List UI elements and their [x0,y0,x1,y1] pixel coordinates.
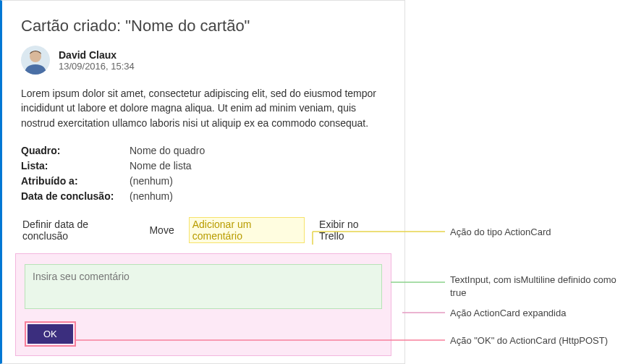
callout-actioncard-type: Ação do tipo ActionCard [450,226,616,239]
callout-expanded: Ação ActionCard expandida [450,307,616,320]
message-card: Cartão criado: "Nome do cartão" David Cl… [0,0,405,364]
meta-value: (nenhum) [130,174,173,189]
author-date: 13/09/2016, 15:34 [59,61,135,72]
card-title: Cartão criado: "Nome do cartão" [21,17,386,35]
meta-label: Atribuído a: [21,174,130,189]
meta-value: Nome do quadro [130,143,205,158]
meta-row: Quadro: Nome do quadro [21,143,386,158]
meta-label: Lista: [21,158,130,174]
actioncard-expanded-panel: OK [15,253,391,356]
action-move[interactable]: Move [148,223,175,237]
action-view-in-trello[interactable]: Exibir no Trello [318,217,386,243]
meta-row: Atribuído a: (nenhum) [21,174,386,189]
meta-table: Quadro: Nome do quadro Lista: Nome de li… [21,143,386,204]
ok-button[interactable]: OK [27,324,73,344]
meta-row: Lista: Nome de lista [21,158,386,174]
author-name: David Claux [59,49,135,61]
meta-row: Data de conclusão: (nenhum) [21,189,386,204]
avatar [21,46,50,75]
action-add-comment[interactable]: Adicionar um comentário [189,217,305,243]
callout-textinput: TextInput, com isMultiline definido como… [450,274,616,299]
author-row: David Claux 13/09/2016, 15:34 [21,46,386,75]
ok-button-frame: OK [25,321,76,347]
callout-ok-action: Ação "OK" do ActionCard (HttpPOST) [450,334,616,347]
author-block: David Claux 13/09/2016, 15:34 [59,49,135,72]
meta-label: Data de conclusão: [21,189,130,204]
card-body: Lorem ipsum dolor sit amet, consectetur … [21,86,386,130]
meta-label: Quadro: [21,143,130,158]
meta-value: (nenhum) [130,189,173,204]
meta-value: Nome de lista [130,158,192,174]
action-set-due-date[interactable]: Definir data de conclusão [21,217,135,243]
comment-input[interactable] [25,264,382,309]
actions-row: Definir data de conclusão Move Adicionar… [21,217,386,243]
